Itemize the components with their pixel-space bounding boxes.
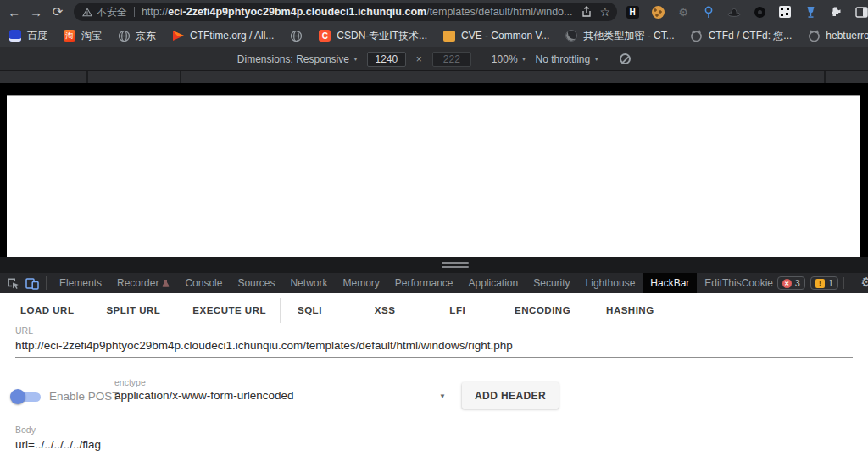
no-throttling-icon[interactable] [620, 53, 631, 64]
extensions-row: H ⚙ [626, 5, 868, 19]
warning-count: 1 [828, 278, 833, 288]
tab-elements[interactable]: Elements [52, 273, 109, 293]
hackbar-extension-icon[interactable]: H [626, 5, 639, 19]
viewport-height-input[interactable] [432, 52, 471, 67]
bookmark-csdn[interactable]: CCSDN-专业IT技术... [318, 29, 427, 43]
zoom-select[interactable]: 100%▼ [492, 53, 527, 65]
omnibox-separator [134, 7, 135, 17]
tab-sources[interactable]: Sources [230, 273, 282, 293]
device-mode-stage [0, 71, 868, 273]
bookmark-crypto[interactable]: 其他类型加密 - CT... [565, 29, 674, 43]
taobao-favicon: 淘 [63, 29, 76, 42]
url-bar[interactable]: 不安全 http://eci-2zefi4p9phtyoc29bm4p.clou… [74, 3, 617, 21]
split-url-button[interactable]: SPLIT URL [106, 305, 160, 315]
warning-icon: ! [815, 279, 825, 288]
forward-button[interactable]: → [25, 5, 47, 19]
url-field-underline [15, 357, 853, 358]
encoding-button[interactable]: ENCODING [515, 305, 570, 315]
tab-network[interactable]: Network [282, 273, 335, 293]
bookmark-star-icon[interactable]: ☆ [599, 5, 610, 19]
gear-extension-icon[interactable]: ⚙ [676, 5, 690, 19]
body-field-label: Body [15, 425, 36, 435]
xss-button[interactable]: XSS [375, 305, 396, 315]
bookmark-baidu[interactable]: 百度 [8, 29, 47, 43]
url-path: /templates/default/html/windo... [426, 6, 572, 18]
bookmark-jd[interactable]: 京东 [117, 29, 156, 43]
console-errors-badge[interactable]: ✕3 [777, 276, 805, 290]
chevron-down-icon: ▼ [439, 392, 446, 400]
tab-application[interactable]: Application [461, 273, 526, 293]
share-icon[interactable] [581, 6, 593, 18]
bookmark-taobao[interactable]: 淘淘宝 [63, 29, 102, 43]
devtools-settings-gear-icon[interactable]: ⚙ [861, 275, 868, 290]
enctype-select[interactable]: application/x-www-form-urlencoded [114, 389, 294, 402]
bookmark-label: CTFd / CTFd: 您... [709, 29, 793, 43]
hashing-button[interactable]: HASHING [606, 305, 654, 315]
tab-editthiscookie[interactable]: EditThisCookie [697, 273, 781, 293]
chevron-down-icon: ▼ [521, 56, 527, 62]
error-count: 3 [795, 278, 800, 288]
github-favicon [690, 29, 704, 42]
console-warnings-badge[interactable]: !1 [810, 276, 838, 290]
bookmarks-bar: 百度 淘淘宝 京东 CTFtime.org / All... CCSDN-专业I… [0, 24, 868, 47]
url-text[interactable]: http://eci-2zefi4p9phtyoc29bm4p.cloudeci… [142, 6, 575, 18]
not-secure-warning-icon [82, 8, 92, 17]
side-panel-icon[interactable] [854, 5, 868, 19]
lfi-button[interactable]: LFI [449, 305, 465, 315]
tab-label: Recorder [117, 273, 159, 293]
cve-favicon [442, 29, 456, 42]
baidu-favicon [8, 29, 22, 42]
page-viewport[interactable] [7, 96, 860, 257]
tab-lighthouse[interactable]: Lighthouse [578, 273, 643, 293]
inspect-element-icon[interactable] [6, 276, 19, 290]
zoom-value: 100% [492, 53, 518, 65]
security-label[interactable]: 不安全 [97, 5, 127, 19]
tab-security[interactable]: Security [526, 273, 577, 293]
bookmark-label: hebtuerror404/CT... [826, 30, 868, 42]
body-field-value[interactable]: url=../../../../../flag [15, 438, 101, 451]
viewport-width-input[interactable] [367, 52, 406, 67]
execute-url-button[interactable]: EXECUTE URL [192, 305, 266, 315]
add-header-button[interactable]: ADD HEADER [462, 382, 559, 409]
tab-recorder[interactable]: Recorder [109, 273, 177, 293]
tab-performance[interactable]: Performance [387, 273, 461, 293]
cookie-extension-icon[interactable] [651, 5, 665, 19]
drag-handle[interactable] [442, 262, 469, 270]
enctype-underline [114, 409, 449, 409]
extensions-puzzle-icon[interactable] [829, 5, 843, 19]
hat-extension-icon[interactable] [727, 5, 741, 19]
hackbar-panel: LOAD URL SPLIT URL EXECUTE URL SQLI XSS … [0, 293, 868, 456]
tab-console[interactable]: Console [177, 273, 230, 293]
bookmark-ctfd[interactable]: CTFd / CTFd: 您... [690, 29, 793, 43]
reload-button[interactable]: ⟳ [47, 4, 69, 19]
url-field-value[interactable]: http://eci-2zefi4p9phtyoc29bm4p.cloudeci… [15, 339, 513, 352]
chevron-down-icon: ▼ [353, 56, 359, 62]
bookmark-label: 京东 [136, 29, 156, 43]
dimensions-times: × [416, 53, 422, 65]
qr-extension-icon[interactable] [778, 5, 792, 19]
device-mode-ruler [0, 71, 868, 83]
pin-extension-icon[interactable] [702, 5, 715, 19]
url-host: eci-2zefi4p9phtyoc29bm4p.cloudeci1.ichun… [168, 6, 426, 18]
enctype-label: enctype [114, 377, 146, 387]
ring-extension-icon[interactable] [753, 5, 766, 19]
tab-hackbar[interactable]: HackBar [643, 273, 697, 293]
dimensions-select[interactable]: Dimensions: Responsive▼ [237, 53, 359, 65]
glass-extension-icon[interactable] [804, 5, 817, 19]
devtools-tab-bar: Elements Recorder Console Sources Networ… [0, 273, 868, 293]
bookmark-ctftime[interactable]: CTFtime.org / All... [171, 29, 274, 42]
bookmark-hebtuerror404[interactable]: hebtuerror404/CT... [807, 29, 868, 42]
bookmark-cve[interactable]: CVE - Common V... [442, 29, 549, 42]
load-url-button[interactable]: LOAD URL [20, 305, 74, 315]
back-button[interactable]: ← [3, 5, 25, 19]
bookmark-label: 淘宝 [81, 29, 102, 43]
tab-memory[interactable]: Memory [335, 273, 387, 293]
device-toolbar-toggle-icon[interactable] [25, 276, 39, 290]
url-scheme: http:// [142, 6, 168, 18]
throttling-select[interactable]: No throttling▼ [536, 53, 600, 65]
sqli-button[interactable]: SQLI [298, 305, 322, 315]
dimensions-label: Dimensions: Responsive [237, 53, 349, 65]
menu-separator [280, 298, 281, 323]
bookmark-unlabeled[interactable] [289, 29, 303, 42]
enable-post-toggle[interactable] [10, 389, 44, 404]
